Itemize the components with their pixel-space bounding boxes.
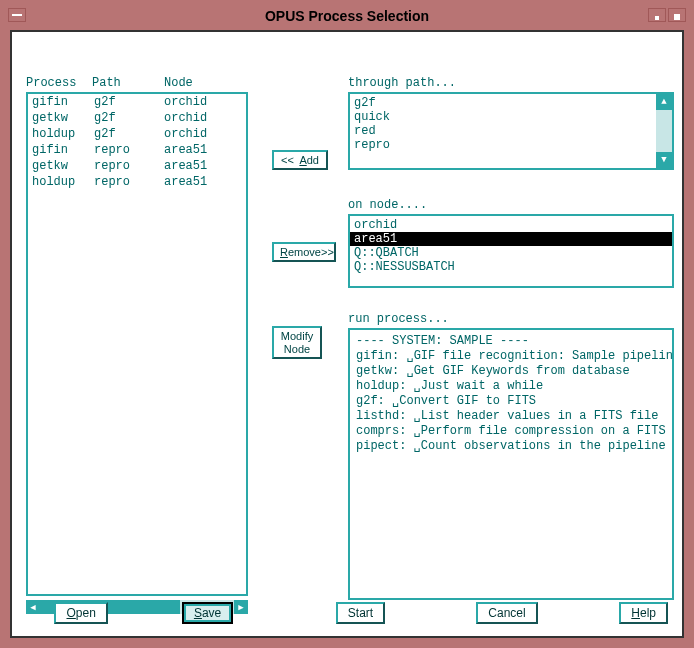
list-item[interactable]: g2f	[354, 96, 652, 110]
col-path: Path	[92, 76, 164, 90]
button-bar: Open Save Start Cancel Help	[26, 602, 668, 624]
through-path-label: through path...	[348, 76, 456, 90]
table-row[interactable]: gifinreproarea51	[28, 142, 246, 158]
list-item[interactable]: holdup: ␣Just wait a while	[356, 378, 666, 393]
open-button[interactable]: Open	[54, 602, 107, 624]
modify-node-button[interactable]: ModifyNode	[272, 326, 322, 359]
start-button[interactable]: Start	[336, 602, 385, 624]
list-item[interactable]: Q::QBATCH	[354, 246, 668, 260]
list-item[interactable]: ---- SYSTEM: SAMPLE ----	[356, 334, 666, 348]
list-item[interactable]: comprs: ␣Perform file compression on a F…	[356, 423, 666, 438]
list-item[interactable]: area51	[350, 232, 672, 246]
list-item[interactable]: quick	[354, 110, 652, 124]
vertical-scrollbar[interactable]: ▲ ▼	[656, 94, 672, 168]
titlebar: OPUS Process Selection	[6, 6, 688, 26]
list-item[interactable]: g2f: ␣Convert GIF to FITS	[356, 393, 666, 408]
table-row[interactable]: getkwg2forchid	[28, 110, 246, 126]
table-row[interactable]: gifing2forchid	[28, 94, 246, 110]
window-title: OPUS Process Selection	[6, 8, 688, 24]
node-list[interactable]: orchidarea51Q::QBATCHQ::NESSUSBATCH	[348, 214, 674, 288]
run-process-label: run process...	[348, 312, 449, 326]
col-node: Node	[164, 76, 248, 90]
run-process-list[interactable]: ---- SYSTEM: SAMPLE ----gifin: ␣GIF file…	[348, 328, 674, 600]
list-item[interactable]: getkw: ␣Get GIF Keywords from database	[356, 363, 666, 378]
system-menu-icon[interactable]	[8, 8, 26, 22]
list-item[interactable]: Q::NESSUSBATCH	[354, 260, 668, 274]
list-item[interactable]: red	[354, 124, 652, 138]
list-item[interactable]: pipect: ␣Count observations in the pipel…	[356, 438, 666, 453]
scroll-down-icon[interactable]: ▼	[656, 152, 672, 168]
remove-button[interactable]: Remove>>	[272, 242, 336, 262]
minimize-icon[interactable]	[648, 8, 666, 22]
table-row[interactable]: holdupg2forchid	[28, 126, 246, 142]
list-item[interactable]: orchid	[354, 218, 668, 232]
list-item[interactable]: repro	[354, 138, 652, 152]
col-process: Process	[26, 76, 92, 90]
main-panel: Process Path Node gifing2forchidgetkwg2f…	[10, 30, 684, 638]
window-frame: OPUS Process Selection Process Path Node…	[0, 0, 694, 648]
process-table-header: Process Path Node	[26, 76, 248, 90]
maximize-icon[interactable]	[668, 8, 686, 22]
scroll-up-icon[interactable]: ▲	[656, 94, 672, 110]
list-item[interactable]: gifin: ␣GIF file recognition: Sample pip…	[356, 348, 666, 363]
table-row[interactable]: getkwreproarea51	[28, 158, 246, 174]
on-node-label: on node....	[348, 198, 427, 212]
save-button[interactable]: Save	[182, 602, 233, 624]
cancel-button[interactable]: Cancel	[476, 602, 537, 624]
process-list[interactable]: gifing2forchidgetkwg2forchidholdupg2forc…	[26, 92, 248, 596]
table-row[interactable]: holdupreproarea51	[28, 174, 246, 190]
list-item[interactable]: listhd: ␣List header values in a FITS fi…	[356, 408, 666, 423]
add-button[interactable]: << Add	[272, 150, 328, 170]
path-list[interactable]: g2fquickredrepro ▲ ▼	[348, 92, 674, 170]
help-button[interactable]: Help	[619, 602, 668, 624]
